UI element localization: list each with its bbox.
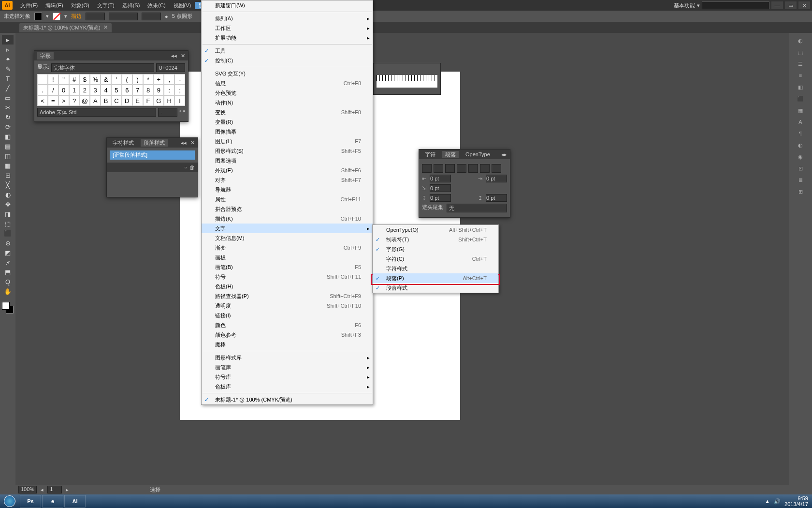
stroke-profile[interactable] (109, 13, 138, 20)
tool-button[interactable]: Q (2, 277, 14, 286)
menu-效果(C)[interactable]: 效果(C) (144, 2, 169, 9)
color-well[interactable] (2, 302, 14, 314)
glyph-cell[interactable]: C (111, 95, 122, 106)
stroke-swatch[interactable] (53, 13, 60, 20)
tab-char-styles[interactable]: 字符样式 (110, 139, 137, 147)
menu-item[interactable]: 文字▸ (202, 224, 373, 233)
fill-swatch[interactable] (34, 13, 42, 20)
glyph-cell[interactable]: ; (174, 85, 185, 95)
menu-item[interactable]: 色板(H) (202, 282, 373, 291)
menu-视图(V)[interactable]: 视图(V) (170, 2, 195, 9)
menu-item[interactable]: SVG 交互(Y) (202, 69, 373, 78)
menu-文字(T)[interactable]: 文字(T) (93, 2, 118, 9)
glyph-cell[interactable]: " (58, 74, 69, 85)
kinsoku-dropdown[interactable]: 无 (447, 204, 507, 212)
tool-button[interactable]: ⬛ (2, 228, 14, 238)
glyph-cell[interactable]: ' (111, 74, 122, 85)
space-after-field[interactable] (486, 194, 507, 202)
panel-button[interactable]: ⊡ (793, 163, 808, 174)
glyph-cell[interactable]: I (174, 95, 185, 106)
tool-button[interactable]: ⬒ (2, 267, 14, 277)
next-page-icon[interactable]: ▸ (66, 487, 69, 493)
glyph-cell[interactable]: + (153, 74, 164, 85)
menu-item[interactable]: ✓字形(G) (373, 244, 498, 254)
glyph-cell[interactable]: / (48, 85, 58, 95)
tabs-panel[interactable] (373, 63, 441, 95)
tool-button[interactable]: ▦ (2, 161, 14, 170)
glyph-cell[interactable] (37, 74, 48, 85)
taskbar-app[interactable]: Ai (64, 495, 86, 508)
zoom-dropdown[interactable]: 100% (18, 486, 37, 493)
glyph-cell[interactable]: G (153, 95, 164, 106)
menu-item[interactable]: 图层(L)F7 (202, 136, 373, 146)
glyph-cell[interactable]: F (143, 95, 154, 106)
brush-def[interactable] (142, 13, 161, 20)
style-item[interactable]: [正常段落样式] (110, 150, 195, 160)
tool-button[interactable]: ╱ (2, 83, 14, 93)
glyph-unicode[interactable]: U+0024 (156, 63, 185, 72)
tool-button[interactable]: ✂ (2, 103, 14, 112)
tool-button[interactable]: ▤ (2, 141, 14, 151)
glyph-cell[interactable]: 2 (79, 85, 90, 95)
tab-paragraph[interactable]: 段落 (442, 151, 459, 158)
tool-button[interactable]: ⟳ (2, 122, 14, 132)
menu-item[interactable]: 图形样式(S)Shift+F5 (202, 146, 373, 156)
close-icon[interactable]: ✕ (103, 24, 108, 31)
tool-button[interactable]: T (2, 74, 14, 83)
menu-对象(O)[interactable]: 对象(O) (67, 2, 93, 9)
panel-tab-glyphs[interactable]: 字形 (37, 52, 54, 60)
align-right-button[interactable] (445, 164, 455, 173)
menu-item[interactable]: ✓段落(P)Alt+Ctrl+T (373, 273, 498, 283)
panel-collapse-icon[interactable]: ◂◂ (181, 140, 187, 146)
tool-button[interactable]: ✎ (2, 64, 14, 74)
menu-item[interactable]: 新建窗口(W) (202, 0, 373, 10)
menu-item[interactable]: 透明度Shift+Ctrl+F10 (202, 301, 373, 311)
menu-item[interactable]: 导航器 (202, 185, 373, 194)
menu-item[interactable]: 对齐Shift+F7 (202, 175, 373, 185)
menu-item[interactable]: 变量(R) (202, 117, 373, 127)
menu-文件(F)[interactable]: 文件(F) (16, 2, 42, 9)
start-button[interactable] (0, 494, 19, 508)
maximize-button[interactable]: ▭ (785, 1, 797, 9)
menu-item[interactable]: 路径查找器(P)Shift+Ctrl+F9 (202, 291, 373, 301)
panel-menu-icon[interactable]: ◂▸ (501, 151, 507, 158)
tab-opentype[interactable]: OpenType (463, 151, 493, 157)
glyph-cell[interactable]: % (90, 74, 101, 85)
tool-button[interactable]: ⫽ (2, 257, 14, 267)
panel-button[interactable]: ⬚ (793, 46, 808, 58)
align-center-button[interactable] (434, 164, 443, 173)
panel-button[interactable]: ▦ (793, 105, 808, 116)
panel-collapse-icon[interactable]: ◂◂ (171, 53, 177, 59)
menu-item[interactable]: 画笔库▸ (202, 362, 373, 372)
glyph-cell[interactable]: H (164, 95, 174, 106)
panel-button[interactable]: ◐ (793, 139, 808, 151)
clock-time[interactable]: 9:59 (784, 495, 808, 501)
taskbar-app[interactable]: e (42, 495, 63, 508)
workspace-switcher[interactable]: 基本功能 (674, 2, 695, 9)
menu-item[interactable]: 拼合器预览 (202, 204, 373, 214)
glyph-cell[interactable]: E (132, 95, 143, 106)
glyph-cell[interactable]: ( (122, 74, 132, 85)
menu-item[interactable]: 外观(E)Shift+F6 (202, 165, 373, 175)
glyph-cell[interactable]: $ (79, 74, 90, 85)
glyph-show-dropdown[interactable]: 完整字体 (51, 63, 154, 72)
menu-item[interactable]: 描边(K)Ctrl+F10 (202, 214, 373, 224)
glyph-cell[interactable]: & (101, 74, 111, 85)
taskbar-app[interactable]: Ps (20, 495, 41, 508)
zoom-in-icon[interactable]: ▪ (183, 108, 185, 117)
glyph-cell[interactable]: 0 (58, 85, 69, 95)
menu-item[interactable]: 工作区▸ (202, 23, 373, 33)
tool-button[interactable]: ╳ (2, 180, 14, 190)
tool-button[interactable]: ◐ (2, 190, 14, 199)
menu-item[interactable]: 扩展功能▸ (202, 33, 373, 43)
panel-button[interactable]: ◉ (793, 151, 808, 163)
menu-item[interactable]: ✓控制(C) (202, 56, 373, 65)
menu-item[interactable]: 信息Ctrl+F8 (202, 78, 373, 88)
glyph-cell[interactable]: : (164, 85, 174, 95)
tool-button[interactable]: ◧ (2, 132, 14, 141)
glyph-cell[interactable]: ) (132, 74, 143, 85)
panel-button[interactable]: ≣ (793, 174, 808, 186)
close-button[interactable]: ✕ (798, 1, 810, 9)
tool-button[interactable]: ▭ (2, 93, 14, 103)
menu-item[interactable]: ✓制表符(T)Shift+Ctrl+T (373, 235, 498, 244)
